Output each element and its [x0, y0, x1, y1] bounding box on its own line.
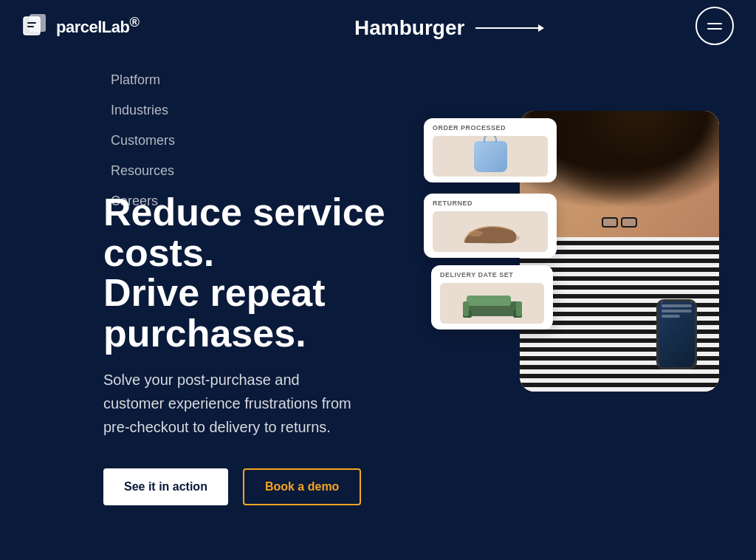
hamburger-line-2 — [707, 28, 722, 30]
nav-item-platform[interactable]: Platform — [111, 66, 236, 94]
svg-rect-9 — [463, 301, 469, 316]
cta-buttons: See it in action Book a demo — [103, 468, 472, 505]
bag-body — [474, 141, 507, 172]
annotation-arrow — [475, 24, 544, 32]
header: parcelLab® Hamburger — [0, 0, 756, 52]
arrow-shaft — [475, 27, 538, 29]
nav-item-customers[interactable]: Customers — [111, 127, 236, 154]
status-card-order-processed: ORDER PROCESSED — [424, 118, 557, 182]
svg-point-4 — [468, 231, 483, 236]
hamburger-line-1 — [707, 23, 722, 24]
delivery-label: DELIVERY DATE SET — [440, 271, 544, 279]
hamburger-annotation: Hamburger — [354, 16, 544, 40]
bag-container — [474, 141, 507, 172]
overlay-cards: ORDER PROCESSED RETURNED — [424, 118, 571, 329]
svg-rect-10 — [516, 301, 522, 316]
brand-name: parcelLab® — [56, 14, 139, 37]
phone-screen — [659, 301, 695, 367]
arrow-head — [538, 24, 544, 32]
nav-item-resources[interactable]: Resources — [111, 157, 236, 185]
phone-screen-line — [662, 315, 680, 318]
status-card-delivery: DELIVERY DATE SET — [431, 265, 553, 329]
furniture-svg — [459, 287, 526, 320]
see-in-action-button[interactable]: See it in action — [103, 468, 228, 505]
phone-screen-line — [662, 310, 692, 313]
glasses-left — [602, 217, 618, 228]
order-processed-label: ORDER PROCESSED — [433, 124, 548, 132]
hamburger-label: Hamburger — [354, 16, 464, 40]
phone-in-hand — [656, 299, 697, 369]
delivery-image — [440, 283, 544, 324]
illustration-area: ORDER PROCESSED RETURNED — [424, 96, 719, 406]
order-processed-image — [433, 136, 548, 177]
brand-sup: ® — [129, 14, 139, 30]
phone-screen-line — [662, 304, 692, 307]
book-demo-button[interactable]: Book a demo — [243, 468, 361, 505]
main-content: Reduce service costs. Drive repeat purch… — [103, 192, 472, 505]
returned-label: RETURNED — [433, 199, 548, 207]
returned-image — [433, 211, 548, 252]
bag-handle — [484, 136, 497, 143]
person-glasses — [602, 217, 637, 228]
nav-item-industries[interactable]: Industries — [111, 97, 236, 124]
logo[interactable]: parcelLab® — [22, 13, 139, 39]
hero-headline: Reduce service costs. Drive repeat purch… — [103, 192, 472, 353]
hamburger-button[interactable] — [695, 7, 734, 45]
logo-icon — [22, 13, 49, 39]
status-card-returned: RETURNED — [424, 194, 557, 258]
shoe-svg — [457, 217, 523, 247]
glasses-right — [621, 217, 637, 228]
hero-subheadline: Solve your post-purchase and customer ex… — [103, 368, 354, 439]
svg-rect-6 — [467, 296, 511, 306]
